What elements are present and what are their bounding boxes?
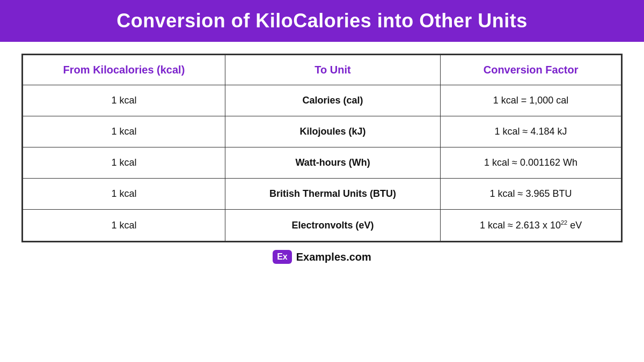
factor-1: 1 kcal = 1,000 cal [441, 85, 621, 116]
factor-suffix: eV [567, 220, 582, 231]
to-unit-1: Calories (cal) [225, 85, 440, 116]
table-header-row: From Kilocalories (kcal) To Unit Convers… [23, 55, 621, 85]
conversion-table: From Kilocalories (kcal) To Unit Convers… [23, 55, 621, 241]
to-unit-2: Kilojoules (kJ) [225, 116, 440, 147]
col-factor: Conversion Factor [441, 55, 621, 85]
table-row: 1 kcal Kilojoules (kJ) 1 kcal ≈ 4.184 kJ [23, 116, 621, 147]
footer-site: Examples.com [296, 251, 371, 263]
from-kcal-2: 1 kcal [23, 116, 225, 147]
page-title: Conversion of KiloCalories into Other Un… [21, 10, 623, 32]
col-from: From Kilocalories (kcal) [23, 55, 225, 85]
to-unit-3: Watt-hours (Wh) [225, 147, 440, 179]
col-to-unit: To Unit [225, 55, 440, 85]
footer: Ex Examples.com [273, 250, 371, 264]
factor-3: 1 kcal ≈ 0.001162 Wh [441, 147, 621, 179]
factor-2: 1 kcal ≈ 4.184 kJ [441, 116, 621, 147]
table-row: 1 kcal British Thermal Units (BTU) 1 kca… [23, 179, 621, 210]
conversion-table-container: From Kilocalories (kcal) To Unit Convers… [21, 54, 623, 242]
to-unit-5: Electronvolts (eV) [225, 210, 440, 241]
to-unit-4: British Thermal Units (BTU) [225, 179, 440, 210]
from-kcal-4: 1 kcal [23, 179, 225, 210]
factor-exponent: 22 [561, 219, 567, 226]
page-header: Conversion of KiloCalories into Other Un… [0, 0, 644, 42]
factor-5: 1 kcal ≈ 2.613 x 1022 eV [441, 210, 621, 241]
table-row: 1 kcal Calories (cal) 1 kcal = 1,000 cal [23, 85, 621, 116]
from-kcal-1: 1 kcal [23, 85, 225, 116]
factor-prefix: 1 kcal ≈ 2.613 x 10 [480, 220, 561, 231]
table-row: 1 kcal Electronvolts (eV) 1 kcal ≈ 2.613… [23, 210, 621, 241]
footer-logo: Ex [273, 250, 292, 264]
from-kcal-3: 1 kcal [23, 147, 225, 179]
from-kcal-5: 1 kcal [23, 210, 225, 241]
factor-4: 1 kcal ≈ 3.965 BTU [441, 179, 621, 210]
table-row: 1 kcal Watt-hours (Wh) 1 kcal ≈ 0.001162… [23, 147, 621, 179]
